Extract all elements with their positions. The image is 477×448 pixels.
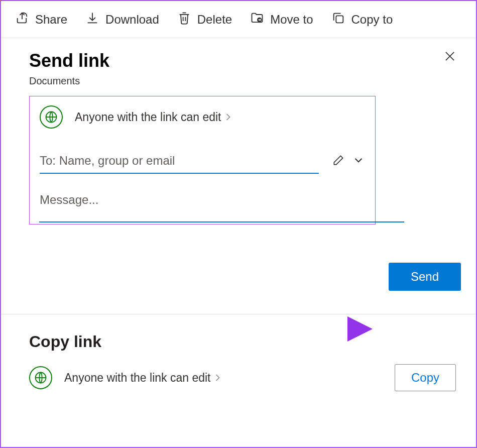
share-label: Share (35, 13, 67, 27)
download-button[interactable]: Download (85, 11, 159, 28)
close-icon (443, 56, 457, 65)
move-to-label: Move to (270, 13, 313, 27)
input-underline (39, 221, 404, 222)
globe-icon (29, 366, 52, 389)
dialog-title: Send link (29, 50, 456, 71)
copy-link-title: Copy link (29, 332, 456, 351)
form-highlight-box: Anyone with the link can edit (29, 96, 376, 225)
permission-selector[interactable]: Anyone with the link can edit (40, 105, 365, 129)
copy-permission-selector[interactable]: Anyone with the link can edit (29, 366, 220, 389)
share-icon (15, 11, 29, 28)
download-icon (85, 11, 99, 28)
share-button[interactable]: Share (15, 11, 67, 28)
dialog-subtitle: Documents (29, 75, 456, 87)
pencil-icon[interactable] (332, 154, 345, 169)
chevron-right-icon (215, 371, 220, 385)
recipient-input[interactable] (40, 149, 319, 174)
toolbar: Share Download Delete Move to Copy to (1, 1, 476, 38)
copy-permission-text-row: Anyone with the link can edit (64, 371, 220, 385)
copy-permission-label: Anyone with the link can edit (64, 371, 211, 385)
send-link-dialog: Send link Documents Anyone with the link… (1, 38, 476, 391)
close-button[interactable] (443, 49, 457, 65)
copy-to-button[interactable]: Copy to (331, 11, 393, 28)
message-input[interactable] (40, 188, 365, 212)
recipient-row (40, 149, 365, 174)
svg-rect-1 (336, 16, 343, 23)
move-to-button[interactable]: Move to (250, 11, 313, 28)
delete-button[interactable]: Delete (177, 11, 232, 28)
delete-label: Delete (197, 13, 232, 27)
chevron-down-icon[interactable] (352, 154, 365, 169)
move-to-icon (250, 11, 264, 28)
trash-icon (177, 11, 191, 28)
permission-label: Anyone with the link can edit (75, 110, 221, 124)
copy-to-icon (331, 11, 345, 28)
send-button[interactable]: Send (389, 263, 461, 291)
download-label: Download (105, 13, 159, 27)
copy-to-label: Copy to (351, 13, 393, 27)
globe-icon (40, 105, 63, 129)
chevron-right-icon (225, 110, 231, 124)
copy-button[interactable]: Copy (395, 364, 456, 391)
copy-link-section: Copy link Anyone with the link can edit … (29, 314, 456, 391)
permission-text-row: Anyone with the link can edit (75, 110, 231, 124)
